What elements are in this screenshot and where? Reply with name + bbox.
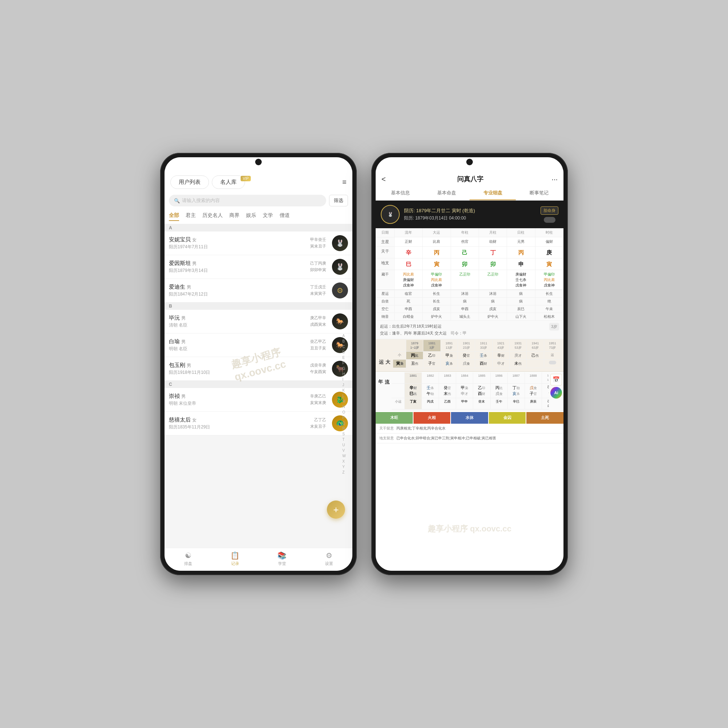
tab-notes[interactable]: 断事笔记 — [516, 187, 562, 200]
person-name: 白瑜 — [169, 338, 180, 344]
cat-history[interactable]: 历史名人 — [202, 212, 223, 221]
person-gender: 女 — [192, 237, 197, 242]
cat-monarch[interactable]: 君主 — [186, 212, 196, 221]
nayin-cell: 城头土 — [451, 313, 479, 321]
tiangan-cell: 辛 — [395, 247, 423, 258]
ly-header — [392, 372, 405, 384]
person-info: 白瑜男 明朝 名臣 — [169, 338, 307, 352]
person-name: 安妮宝贝 — [169, 236, 191, 242]
nav-label: 设置 — [325, 561, 333, 566]
nav-paipan[interactable]: ☯ 排盘 — [165, 551, 211, 566]
person-name: 包玉刚 — [169, 362, 185, 368]
ly-year: 1881 — [405, 372, 422, 384]
tab-bar: 基本信息 基本命盘 专业细盘 断事笔记 — [376, 187, 563, 200]
canggan-cell: 甲偏印丙比肩戊食神 — [535, 270, 563, 290]
left-phone: 用户列表 名人库 VIP ≡ 趣享小程序qx.oovc.cc 🔍 请输入搜索的内… — [160, 153, 357, 575]
search-box[interactable]: 🔍 请输入搜索的内容 — [169, 195, 326, 206]
person-avatar: ⚙ — [332, 283, 348, 298]
watermark-right: 趣享小程序 qx.oovc.cc — [428, 523, 511, 534]
xiaoyun-cell: 癸末 — [473, 398, 490, 410]
tab-basic-chart[interactable]: 基本命盘 — [423, 187, 470, 200]
tab-celebrity[interactable]: 名人库 — [212, 176, 245, 189]
nav-study[interactable]: 📚 学堂 — [258, 551, 305, 566]
tab-pro-chart[interactable]: 专业细盘 — [470, 187, 516, 200]
dy-dz: 亥杀 — [441, 359, 458, 368]
list-item[interactable]: 毕沅男 清朝 名臣 庚乙甲辛戌酉寅末 🐎 — [165, 310, 352, 333]
filter-button[interactable]: 筛选 — [329, 195, 348, 206]
more-button[interactable]: ··· — [551, 175, 558, 184]
liuyun-table: 1881 1882 1883 1884 1885 1886 1887 1888 … — [392, 372, 549, 410]
zizuo-cell: 病 — [479, 298, 507, 305]
dy-tg: 癸官 — [458, 352, 475, 359]
back-button[interactable]: < — [381, 175, 386, 184]
dizhi-cell: 巳 — [395, 258, 423, 270]
person-chars: 庚乙甲辛戌酉寅末 — [310, 315, 326, 327]
table-cell: 偏财 — [535, 237, 563, 247]
person-date: 阳历1918年11月10日 — [169, 369, 307, 376]
nav-record[interactable]: 📋 记录 — [211, 551, 258, 566]
cat-religion[interactable]: 僧道 — [280, 212, 290, 221]
list-item[interactable]: 慈禧太后女 阳历1835年11月29日 乙丁乙末亥丑子 🦚 — [165, 412, 352, 435]
siling: 司令：甲 — [451, 331, 466, 335]
list-item[interactable]: 安妮宝贝女 阳历1974年7月11日 甲辛癸壬寅未丑子 🐰 — [165, 231, 352, 255]
ly-tg: 戊食子官 — [525, 384, 542, 398]
person-gender: 男 — [181, 394, 186, 399]
cat-entertainment[interactable]: 娱乐 — [246, 212, 256, 221]
col-header: 时柱 — [535, 228, 563, 237]
xing-cell: 沐浴 — [479, 290, 507, 298]
col-header: 流年 — [395, 228, 423, 237]
toggle-switch[interactable] — [544, 217, 555, 223]
person-name: 崇祯 — [169, 393, 180, 399]
dy-toggle-cell[interactable] — [544, 359, 561, 368]
person-gender: 男 — [181, 316, 186, 321]
menu-icon[interactable]: ≡ — [342, 178, 347, 187]
list-item[interactable]: 白瑜男 明朝 名臣 癸乙甲乙丑丑子亥 🐎 — [165, 333, 352, 357]
dy-header: 193153岁 — [509, 340, 527, 352]
canggan-cell: 乙正印 — [479, 270, 507, 290]
list-item[interactable]: 包玉刚男 阳历1918年11月10日 戊癸辛庚午亥酉寅 🐂 — [165, 357, 352, 381]
ly-year: 18891890 — [542, 372, 549, 384]
dy-dz: 寅枭 — [393, 359, 406, 368]
kongwang-cell: 戌亥 — [423, 305, 451, 313]
bazi-scroll[interactable]: 日期 流年 大运 年柱 月柱 日柱 时柱 主星 正财 比肩 伤官 劫财 元男 偏… — [376, 228, 563, 571]
ly-tg: 己...丑 — [542, 384, 549, 398]
alpha-sidebar[interactable]: ABCDE FGHIJ KLMNO PQRST UVWXYZ — [343, 333, 346, 475]
col-header: 大运 — [423, 228, 451, 237]
list-item[interactable]: 崇祯男 明朝 末位皇帝 辛庚乙己亥寅末庚 🐉 — [165, 388, 352, 412]
tab-basic-info[interactable]: 基本信息 — [377, 187, 423, 200]
person-gender: 女 — [192, 418, 197, 423]
tiangan-cell: 丁 — [479, 247, 507, 258]
list-item[interactable]: 爱迪生男 阳历1847年2月12日 丁壬戊壬未寅寅子 ⚙ — [165, 279, 352, 303]
person-gender: 男 — [187, 363, 191, 368]
dizhi-notes: 地支留意 已申合化水;卯申暗合;寅已申三刑;寅申相冲;已申相破;寅已相害 — [376, 434, 563, 444]
settings-icon: ⚙ — [326, 551, 332, 560]
phone-notch — [466, 159, 473, 165]
person-title: 清朝 名臣 — [169, 322, 307, 328]
xiaoyun-cell: 乙酉 — [439, 398, 456, 410]
cat-all[interactable]: 全部 — [169, 212, 179, 221]
dizhi-cell: 卯 — [479, 258, 507, 270]
dy-tg: 壬杀 — [475, 352, 492, 359]
nayin-cell: 炉中火 — [423, 313, 451, 321]
calendar-icon[interactable]: 📅 — [551, 374, 562, 385]
cat-literature[interactable]: 文学 — [263, 212, 273, 221]
ly-tg: 辛财巳比 — [405, 384, 422, 398]
five-elements-bar: 木旺 火相 水休 金囚 土死 — [376, 412, 563, 424]
person-avatar: 🐎 — [332, 314, 348, 329]
nav-settings[interactable]: ⚙ 设置 — [305, 551, 352, 566]
list-item[interactable]: 爱因斯坦男 阳历1879年3月14日 己丁丙庚卯卯申寅 🐰 — [165, 255, 352, 279]
ly-year: 1885 — [473, 372, 490, 384]
dy-toggle-cell — [423, 368, 440, 370]
person-chars: 己丁丙庚卯卯申寅 — [310, 260, 326, 273]
fab-button[interactable]: + — [327, 500, 345, 519]
ly-tg: 癸官末伤 — [439, 384, 456, 398]
cat-business[interactable]: 商界 — [229, 212, 240, 221]
section-c: C — [165, 381, 352, 388]
dizhi-notes-content: 已申合化水;卯申暗合;寅已申三刑;寅申相冲;已申相破;寅已相害 — [396, 436, 496, 440]
ly-tg: 丁劫亥杀 — [508, 384, 525, 398]
dy-header: 18813岁 — [423, 340, 440, 352]
tab-user-list[interactable]: 用户列表 — [170, 176, 209, 189]
zizuo-row: 自坐 死 长生 病 病 病 绝 — [376, 298, 563, 305]
ai-icon[interactable]: Ai — [551, 387, 562, 399]
dy-header — [393, 340, 406, 352]
